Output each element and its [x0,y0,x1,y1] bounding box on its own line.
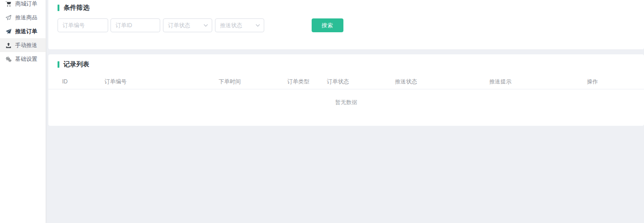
gears-icon [5,56,12,62]
sidebar-item-label: 推送订单 [15,28,37,35]
sidebar-item-basic-settings[interactable]: 基础设置 [0,52,46,66]
sidebar: 商城订单 推送商品 推送订单 手动推送 [0,0,46,223]
sidebar-item-label: 手动推送 [15,41,37,49]
records-section-title: 记录列表 [58,60,89,69]
search-button[interactable]: 搜索 [312,18,343,32]
column-header-order-time: 下单时间 [214,74,283,89]
column-header-id: ID [58,74,100,89]
column-header-order-number: 订单编号 [100,74,214,89]
column-header-push-tip: 推送提示 [485,74,582,89]
column-header-order-status: 订单状态 [322,74,390,89]
column-header-push-status: 推送状态 [390,74,485,89]
sidebar-item-push-products[interactable]: 推送商品 [0,11,46,24]
order-status-placeholder: 订单状态 [168,22,190,29]
empty-data-text: 暂无数据 [48,99,644,106]
column-header-order-type: 订单类型 [283,74,322,89]
filter-title-text: 条件筛选 [64,4,89,12]
push-status-placeholder: 推送状态 [220,22,242,29]
push-status-select[interactable]: 推送状态 [215,18,264,32]
records-card: 记录列表 ID 订单编号 下单时间 订单类型 订单状态 推送状态 推送提示 操作… [48,54,644,126]
chevron-down-icon [255,23,260,28]
table-header-row: ID 订单编号 下单时间 订单类型 订单状态 推送状态 推送提示 操作 [48,74,644,89]
upload-icon [5,42,12,48]
sidebar-item-manual-push[interactable]: 手动推送 [0,38,46,52]
order-status-select[interactable]: 订单状态 [163,18,212,32]
sidebar-item-label: 商城订单 [15,0,37,8]
sidebar-item-mall-orders[interactable]: 商城订单 [0,0,46,11]
sidebar-item-label: 基础设置 [15,55,37,63]
records-title-text: 记录列表 [64,60,89,69]
sidebar-menu: 商城订单 推送商品 推送订单 手动推送 [0,0,46,66]
filter-card: 条件筛选 订单状态 推送状态 搜索 [48,0,644,49]
chevron-down-icon [203,23,208,28]
sidebar-item-push-orders[interactable]: 推送订单 [0,24,46,38]
order-number-input[interactable] [58,18,108,32]
column-header-actions: 操作 [582,74,644,89]
title-accent-bar [58,5,59,11]
paper-plane-icon [5,28,12,35]
shopping-cart-icon [5,0,12,7]
paper-plane-outline-icon [5,14,12,21]
title-accent-bar [58,61,59,68]
order-id-input[interactable] [110,18,160,32]
sidebar-item-label: 推送商品 [15,14,37,22]
filter-section-title: 条件筛选 [58,4,89,12]
